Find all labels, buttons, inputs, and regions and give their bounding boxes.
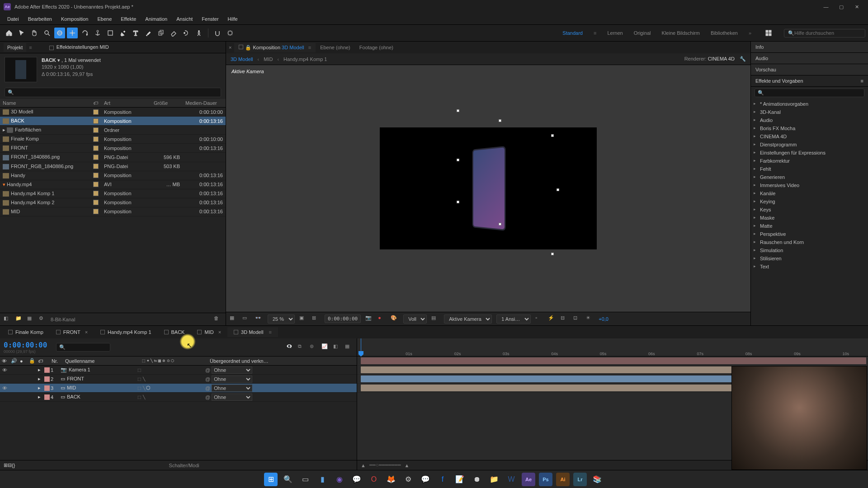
effect-category[interactable]: Dienstprogramm: [751, 141, 868, 149]
effect-category[interactable]: Keying: [751, 197, 868, 206]
timeline-search[interactable]: 🔍: [56, 343, 110, 352]
effect-category[interactable]: Audio: [751, 116, 868, 124]
col-type[interactable]: Art: [101, 99, 151, 108]
visibility-toggle[interactable]: 👁: [0, 367, 9, 373]
timeline-tab[interactable]: Handy.mp4 Komp 1: [94, 327, 157, 337]
zoom-in-icon[interactable]: ▲: [405, 463, 410, 468]
switches-modes-label[interactable]: Schalter/Modi: [169, 463, 199, 468]
tab-close-icon[interactable]: ×: [85, 329, 88, 335]
workspace-original[interactable]: Original: [634, 30, 651, 36]
comp-close-icon[interactable]: ×: [229, 45, 231, 50]
effect-category[interactable]: Kanäle: [751, 189, 868, 197]
frame-blend-icon[interactable]: ⧉: [298, 343, 306, 352]
effect-category[interactable]: Simulation: [751, 246, 868, 254]
exposure-reset-icon[interactable]: ☀: [586, 315, 594, 323]
effects-panel-menu-icon[interactable]: ≡: [861, 78, 863, 84]
draft3d-icon[interactable]: ◧: [333, 343, 341, 352]
region-icon[interactable]: ⊞: [312, 315, 320, 323]
help-search[interactable]: 🔍: [784, 29, 865, 38]
tab-menu-icon[interactable]: ≡: [269, 329, 272, 335]
effect-category[interactable]: 3D-Kanal: [751, 108, 868, 116]
minimize-button[interactable]: —: [823, 4, 829, 10]
camera-view-select[interactable]: Aktive Kamera: [444, 314, 492, 324]
comp-tab-menu-icon[interactable]: ≡: [308, 45, 311, 50]
workspace-learn[interactable]: Lernen: [607, 30, 623, 36]
roto-tool-icon[interactable]: [181, 28, 192, 38]
taskbar-obs-icon[interactable]: ⏺: [470, 473, 484, 486]
timeline-icon[interactable]: ⊟: [561, 315, 569, 323]
project-row[interactable]: Handy.mp4 Komp 1Komposition0:00:13:16: [0, 189, 226, 198]
comp-viewport[interactable]: Aktive Kamera: [226, 65, 750, 312]
resolution-select[interactable]: Voll: [403, 314, 427, 324]
workspace-options-icon[interactable]: [763, 28, 774, 38]
info-panel-header[interactable]: Info: [751, 42, 868, 53]
taskbar-notes-icon[interactable]: 📝: [453, 473, 467, 486]
comp-tab[interactable]: 🔒 Komposition 3D Modell ≡: [234, 43, 316, 52]
timeline-current-time[interactable]: 0:00:00:00: [4, 341, 47, 349]
effects-panel-header[interactable]: Effekte und Vorgaben≡: [751, 75, 868, 87]
bit-depth-label[interactable]: 8-Bit-Kanal: [51, 317, 75, 322]
alpha-icon[interactable]: ▦: [230, 315, 238, 323]
taskbar-ai-icon[interactable]: Ai: [556, 473, 570, 486]
snapshot-icon[interactable]: 📷: [365, 315, 373, 323]
crumb-1[interactable]: MID: [264, 56, 273, 62]
pickwhip-icon[interactable]: @: [205, 394, 210, 400]
taskbar-word-icon[interactable]: W: [505, 473, 518, 486]
toggle-modes-icon[interactable]: ⊟: [8, 462, 12, 468]
snap-icon[interactable]: [212, 28, 223, 38]
views-layout-select[interactable]: 1 Ansi…: [496, 314, 531, 324]
shy-icon[interactable]: 👁‍🗨: [286, 343, 294, 352]
timeline-tab[interactable]: MID×: [191, 327, 227, 337]
exposure-value[interactable]: +0,0: [599, 316, 609, 322]
project-search-input[interactable]: [14, 90, 218, 95]
effect-category[interactable]: * Animationsvorgaben: [751, 100, 868, 108]
timeline-tab[interactable]: Finale Komp: [2, 327, 50, 337]
pickwhip-icon[interactable]: @: [205, 385, 210, 391]
preview-panel-header[interactable]: Vorschau: [751, 64, 868, 75]
taskbar-search-icon[interactable]: 🔍: [281, 473, 295, 486]
project-settings-icon[interactable]: ⚙: [39, 315, 47, 324]
col-size[interactable]: Größe: [151, 99, 183, 108]
workspace-standard[interactable]: Standard: [562, 30, 583, 36]
graph-editor-icon[interactable]: 📈: [321, 343, 330, 352]
project-row[interactable]: FRONT_1840886.pngPNG-Datei596 KB: [0, 153, 226, 162]
visibility-toggle[interactable]: 👁: [0, 385, 9, 391]
guides-icon[interactable]: ▭: [242, 315, 250, 323]
layer-row[interactable]: ▸ 2 ▭FRONT ⬚ ╲ @ Ohne: [0, 375, 357, 384]
mask-icon[interactable]: 👓: [255, 315, 263, 323]
effects-search[interactable]: 🔍: [755, 89, 864, 97]
comp-settings-icon[interactable]: 🔧: [740, 56, 746, 61]
snap-options-icon[interactable]: [225, 28, 236, 38]
col-name[interactable]: Name: [0, 99, 90, 108]
taskbar-opera-icon[interactable]: O: [367, 473, 381, 486]
orbit-camera-tool-icon[interactable]: [54, 28, 65, 38]
render-icon[interactable]: ▦: [345, 343, 353, 352]
project-row[interactable]: BACKKomposition0:00:13:16: [0, 117, 226, 126]
project-row[interactable]: ▾ Handy.mp4AVI… MB0:00:13:16: [0, 180, 226, 189]
tab-close-icon[interactable]: ×: [218, 329, 221, 335]
zoom-tool-icon[interactable]: [42, 28, 52, 38]
taskbar-firefox-icon[interactable]: 🦊: [384, 473, 398, 486]
parent-select[interactable]: Ohne: [212, 366, 252, 374]
workspace-small[interactable]: Kleine Bildschirm: [662, 30, 700, 36]
puppet-tool-icon[interactable]: [193, 28, 204, 38]
taskbar-ps-icon[interactable]: Ps: [539, 473, 552, 486]
effect-category[interactable]: Generieren: [751, 173, 868, 181]
menu-effects[interactable]: Effekte: [116, 14, 141, 23]
col-src[interactable]: Quellenname: [63, 358, 140, 364]
col-label-icon[interactable]: 🏷: [90, 99, 101, 108]
effect-controls-tab[interactable]: Effekteinstellungen MID: [46, 42, 113, 52]
taskbar-facebook-icon[interactable]: f: [436, 473, 449, 486]
toggle-switches-icon[interactable]: ⊞: [4, 462, 8, 468]
menu-help[interactable]: Hilfe: [223, 14, 242, 23]
taskbar-lr-icon[interactable]: Lr: [573, 473, 587, 486]
col-nr[interactable]: Nr.: [50, 358, 63, 364]
audio-panel-header[interactable]: Audio: [751, 53, 868, 64]
effect-category[interactable]: Keys: [751, 206, 868, 214]
color-mgmt-icon[interactable]: 🎨: [391, 315, 399, 323]
project-row[interactable]: HandyKomposition0:00:13:16: [0, 171, 226, 180]
pickwhip-icon[interactable]: @: [205, 367, 210, 373]
parent-select[interactable]: Ohne: [212, 375, 252, 383]
project-tab[interactable]: Projekt: [4, 43, 26, 52]
flowchart-icon[interactable]: ⊡: [573, 315, 581, 323]
